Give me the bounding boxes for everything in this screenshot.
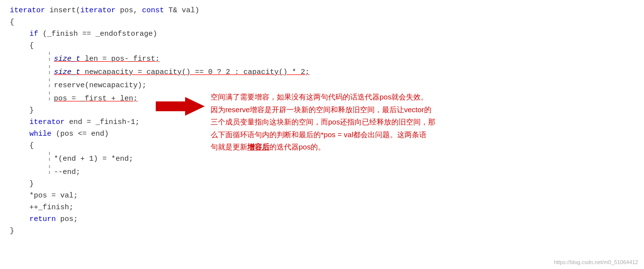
code-line-14: --end; <box>10 165 634 178</box>
svg-marker-0 <box>156 97 205 116</box>
code-line-2: { <box>10 17 634 28</box>
keyword-iterator: iterator <box>10 5 45 17</box>
keyword-return: return <box>29 214 56 225</box>
code-line-6: size_t newcapacity = capacity() == 0 ? 2… <box>10 65 634 78</box>
code-line-7: reserve(newcapacity); <box>10 78 634 92</box>
code-line-13: *(end + 1) = *end; <box>10 152 634 165</box>
keyword-iterator3: iterator <box>29 117 65 128</box>
code-line-3: if (_finish == _endofstorage) <box>10 28 634 40</box>
code-line-4: { <box>10 40 634 52</box>
code-line-5: size_t len = pos-_first; <box>10 52 634 65</box>
code-line-15: } <box>10 178 634 190</box>
code-size-t-2: size_t <box>54 67 80 78</box>
keyword-if: if <box>29 28 38 40</box>
annotation-line-4: 么下面循环语句内的判断和最后的*pos = val都会出问题。这两条语 <box>211 128 622 141</box>
keyword-while: while <box>29 128 51 140</box>
watermark: https://blog.csdn.net/m0_51064412 <box>554 259 638 265</box>
code-size-t-1: size_t <box>54 53 80 65</box>
code-line-17: ++_finish; <box>10 202 634 214</box>
code-line-1: iterator insert(iterator pos, const T& v… <box>10 5 634 17</box>
annotation-line-1: 空间满了需要增容，如果没有这两句代码的话迭代器pos就会失效。 <box>211 91 622 103</box>
keyword-const: const <box>142 5 164 17</box>
code-line-18: return pos; <box>10 214 634 225</box>
code-line-16: *pos = val; <box>10 190 634 202</box>
annotation-line-5: 句就是更新增容后的迭代器pos的。 <box>211 141 622 153</box>
annotation-line-2: 因为reserve增容是开辟一块新的空间和释放旧空间，最后让vector的 <box>211 103 622 116</box>
annotation-box: 空间满了需要增容，如果没有这两句代码的话迭代器pos就会失效。 因为reserv… <box>211 91 622 153</box>
keyword-iterator2: iterator <box>80 5 116 17</box>
code-line-19: } <box>10 225 634 237</box>
code-pos-line: pos = _first + len; <box>54 93 138 105</box>
annotation-line-3: 三个成员变量指向这块新的空间，而pos还指向已经释放的旧空间，那 <box>211 116 622 128</box>
arrow-icon <box>156 97 205 116</box>
